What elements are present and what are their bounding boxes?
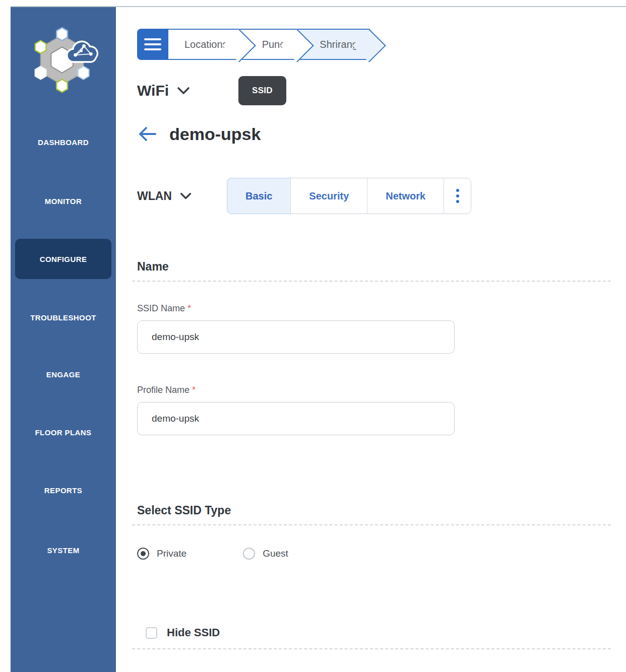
- tab-basic[interactable]: Basic: [227, 178, 290, 214]
- sidebar-item-dashboard[interactable]: DASHBOARD: [15, 122, 111, 162]
- radio-option-guest[interactable]: Guest: [243, 548, 288, 560]
- sidebar-item-reports[interactable]: REPORTS: [15, 470, 111, 510]
- hide-ssid-row: Hide SSID: [137, 626, 611, 639]
- required-asterisk: *: [187, 303, 191, 313]
- tab-network[interactable]: Network: [367, 178, 444, 214]
- ssid-type-section: Select SSID Type: [137, 504, 611, 525]
- module-dropdown[interactable]: WiFi: [137, 82, 169, 99]
- ssid-name-input[interactable]: [137, 320, 455, 354]
- page-title: demo-upsk: [169, 124, 261, 144]
- main-content: Locations Pune Shrirang WiFi SSID demo-u…: [116, 7, 626, 672]
- sidebar-item-floor-plans[interactable]: FLOOR PLANS: [15, 412, 111, 452]
- chevron-down-icon[interactable]: [180, 192, 192, 200]
- sidebar: DASHBOARD MONITOR CONFIGURE TROUBLESHOOT…: [11, 7, 116, 672]
- ssid-badge: SSID: [238, 76, 286, 105]
- hide-ssid-label: Hide SSID: [167, 626, 220, 639]
- wlan-tabs-row: WLAN Basic Security Network: [137, 178, 611, 214]
- sidebar-item-system[interactable]: SYSTEM: [15, 530, 111, 570]
- required-asterisk: *: [192, 385, 196, 395]
- section-heading-ssid-type: Select SSID Type: [137, 504, 611, 517]
- breadcrumb-item-locations[interactable]: Locations: [168, 29, 240, 60]
- section-divider: [132, 281, 611, 282]
- profile-name-input[interactable]: [137, 402, 455, 435]
- section-divider: [132, 648, 611, 649]
- module-selector-row: WiFi SSID: [137, 76, 611, 105]
- hide-ssid-checkbox[interactable]: [146, 627, 157, 639]
- name-section: Name: [137, 260, 611, 282]
- tab-group: Basic Security Network: [227, 178, 471, 214]
- radio-label: Private: [157, 548, 186, 559]
- radio-unselected-icon[interactable]: [243, 548, 255, 560]
- section-heading-name: Name: [137, 260, 611, 274]
- hamburger-menu-icon[interactable]: [137, 29, 168, 60]
- sidebar-item-configure[interactable]: CONFIGURE: [15, 239, 111, 279]
- breadcrumb: Locations Pune Shrirang: [137, 29, 611, 60]
- ssid-name-field-group: SSID Name*: [137, 303, 611, 354]
- section-divider: [132, 524, 611, 525]
- radio-label: Guest: [263, 548, 288, 559]
- ssid-type-options: Private Guest: [137, 548, 611, 560]
- network-cloud-logo-icon: [26, 21, 101, 96]
- app-logo[interactable]: [11, 21, 116, 96]
- more-tabs-icon[interactable]: [444, 178, 471, 214]
- profile-name-field-group: Profile Name*: [137, 385, 611, 435]
- chevron-down-icon[interactable]: [177, 87, 190, 95]
- back-arrow-icon[interactable]: [137, 126, 157, 142]
- radio-selected-icon[interactable]: [137, 548, 149, 560]
- tab-security[interactable]: Security: [290, 178, 367, 214]
- sidebar-item-troubleshoot[interactable]: TROUBLESHOOT: [15, 297, 111, 338]
- profile-name-label: Profile Name*: [137, 385, 611, 395]
- page-title-row: demo-upsk: [137, 121, 611, 147]
- wlan-dropdown[interactable]: WLAN: [137, 189, 172, 203]
- ssid-name-label: SSID Name*: [137, 303, 611, 314]
- radio-option-private[interactable]: Private: [137, 548, 186, 560]
- sidebar-item-engage[interactable]: ENGAGE: [15, 354, 111, 394]
- sidebar-item-monitor[interactable]: MONITOR: [15, 181, 111, 221]
